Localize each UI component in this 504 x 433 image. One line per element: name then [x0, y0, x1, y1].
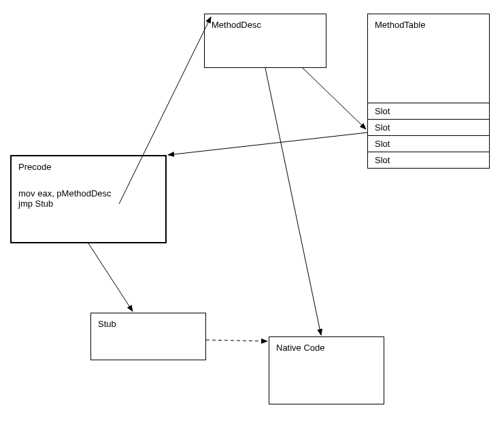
methoddesc-label: MethodDesc: [212, 20, 261, 30]
arrow-precode-to-stub: [88, 243, 133, 311]
stub-label: Stub: [98, 319, 116, 329]
slot-row: Slot: [368, 103, 489, 119]
precode-code-line: jmp Stub: [18, 198, 158, 209]
stub-box: Stub: [90, 313, 206, 360]
arrow-slot-to-precode: [168, 133, 367, 155]
methodtable-box: MethodTable Slot Slot Slot Slot: [367, 14, 490, 169]
precode-box: Precode mov eax, pMethodDesc jmp Stub: [10, 155, 167, 243]
nativecode-label: Native Code: [276, 343, 325, 353]
arrow-methoddesc-to-nativecode: [265, 68, 321, 335]
slot-row: Slot: [368, 135, 489, 152]
methoddesc-box: MethodDesc: [204, 14, 326, 68]
precode-label: Precode: [18, 162, 51, 172]
slot-row: Slot: [368, 152, 489, 168]
slot-label: Slot: [375, 155, 390, 165]
precode-code-line: mov eax, pMethodDesc: [18, 188, 158, 198]
nativecode-box: Native Code: [269, 336, 384, 404]
slot-row: Slot: [368, 119, 489, 135]
slot-label: Slot: [375, 139, 390, 149]
arrow-methoddesc-to-slot: [303, 68, 366, 129]
methodtable-label: MethodTable: [375, 20, 425, 30]
slot-label: Slot: [375, 106, 390, 116]
arrow-stub-to-nativecode: [206, 340, 267, 341]
slot-label: Slot: [375, 122, 390, 133]
